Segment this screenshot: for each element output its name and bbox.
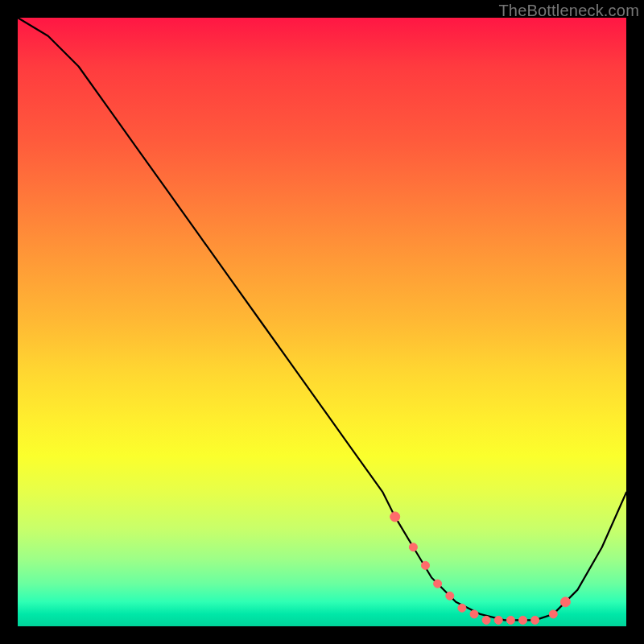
highlight-dot [390, 512, 400, 522]
highlight-dot [494, 616, 502, 624]
chart-stage: TheBottleneck.com [0, 0, 644, 644]
highlight-dot [482, 616, 490, 624]
chart-overlay-svg [18, 18, 626, 626]
highlight-dot [560, 597, 570, 607]
highlight-dot [470, 610, 478, 618]
highlight-dots [390, 512, 571, 625]
highlight-dot [506, 616, 514, 624]
highlight-dot [446, 592, 454, 600]
bottleneck-curve [18, 18, 626, 620]
highlight-dot [422, 561, 430, 569]
highlight-dot [434, 580, 442, 588]
highlight-dot [549, 610, 557, 618]
watermark-text: TheBottleneck.com [498, 2, 639, 20]
highlight-dot [458, 604, 466, 612]
highlight-dot [409, 543, 417, 551]
highlight-dot [519, 616, 527, 624]
highlight-dot [531, 616, 539, 624]
